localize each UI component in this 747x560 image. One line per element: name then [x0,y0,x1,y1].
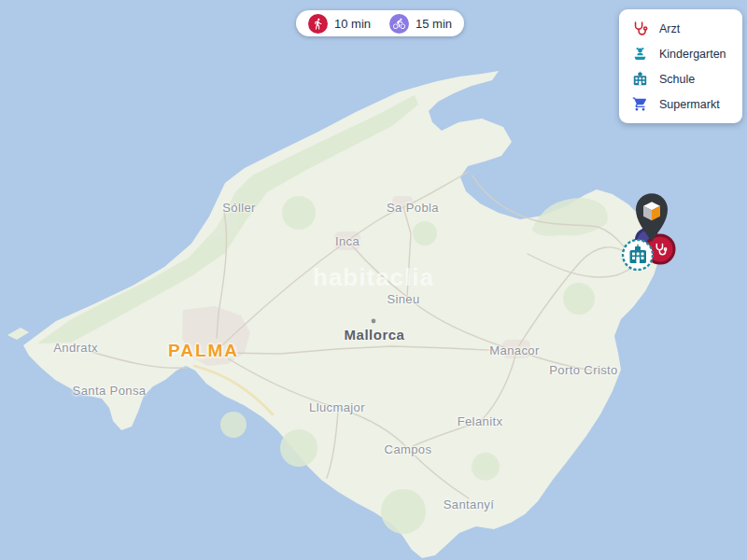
legend-item-supermarkt[interactable]: Supermarkt [632,96,729,112]
legend-item-schule[interactable]: Schule [632,71,729,87]
property-pin-marker[interactable] [634,191,669,244]
cycling-icon [389,14,409,34]
walk-time-label: 10 min [334,17,371,31]
kindergarten-icon [632,46,648,62]
island-label: Mallorca [345,327,405,343]
legend-label-supermarkt: Supermarkt [659,98,720,111]
bike-time-toggle[interactable]: 15 min [389,14,452,34]
walking-icon [308,14,328,34]
legend-label-schule: Schule [659,73,695,86]
poi-legend: Arzt Kindergarten [619,9,742,123]
poi-dot [372,319,376,324]
school-icon [632,71,648,87]
stethoscope-icon [632,21,648,36]
legend-label-arzt: Arzt [659,22,680,35]
legend-label-kindergarten: Kindergarten [659,48,726,61]
travel-time-pill: 10 min 15 min [296,10,464,36]
walk-time-toggle[interactable]: 10 min [308,14,371,34]
cart-icon [632,96,648,112]
legend-item-kindergarten[interactable]: Kindergarten [632,46,729,62]
map-canvas[interactable]: habitaclia Sóller Sa Pobla Inca Sineu An… [0,0,747,560]
capital-label: PALMA [168,341,239,361]
stethoscope-icon [654,243,668,257]
legend-item-arzt[interactable]: Arzt [632,21,729,36]
bike-time-label: 15 min [416,17,452,31]
